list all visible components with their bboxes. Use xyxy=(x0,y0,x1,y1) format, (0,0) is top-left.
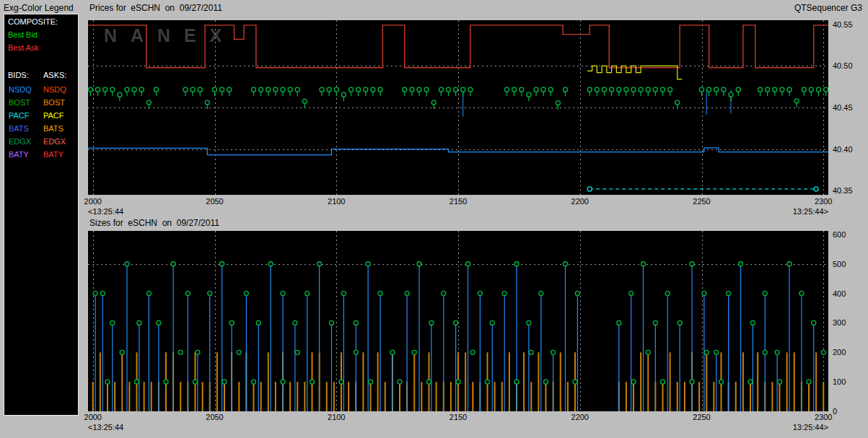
exchange-color-legend-panel: COMPOSITE: Best Bid Best Ask BIDS: ASKS:… xyxy=(4,14,79,416)
legend-ask-pacf: PACF xyxy=(43,111,64,120)
sizes-xtick-2150: 2150 xyxy=(450,413,467,421)
legend-bid-nsdq: NSDQ xyxy=(9,85,32,94)
legend-bid-pacf: PACF xyxy=(9,111,30,120)
prices-xtick-2200: 2200 xyxy=(571,197,589,206)
sizes-xtick-2050: 2050 xyxy=(206,413,223,421)
legend-bid-edgx: EDGX xyxy=(9,137,31,146)
sizes-chart-title: Sizes for eSCHN on 09/27/2011 xyxy=(89,218,219,228)
prices-xtick-2100: 2100 xyxy=(328,197,345,206)
prices-xtick-2000: 2000 xyxy=(84,197,102,206)
bids-header: BIDS: xyxy=(8,71,29,79)
sizes-xtick-2250: 2250 xyxy=(693,413,710,421)
sizes-ytick-200: 200 xyxy=(833,348,846,356)
prices-time-right: 13:25:44> xyxy=(793,207,828,216)
prices-chart-canvas[interactable] xyxy=(88,20,828,195)
legend-ask-nsdq: NSDQ xyxy=(43,85,66,94)
sizes-ytick-100: 100 xyxy=(833,377,846,386)
sizes-ytick-300: 300 xyxy=(833,318,846,327)
legend-panel-title: Exg-Color Legend xyxy=(4,3,74,13)
legend-bid-bats: BATS xyxy=(9,124,29,133)
app-title: QTSequencer G3 xyxy=(794,3,862,13)
asks-header: ASKS: xyxy=(43,71,66,79)
prices-ytick-40.55: 40.55 xyxy=(833,20,853,29)
legend-bid-bost: BOST xyxy=(9,98,30,107)
prices-xtick-2250: 2250 xyxy=(693,197,710,206)
prices-ytick-40.4: 40.40 xyxy=(833,145,853,154)
composite-label: COMPOSITE: xyxy=(8,17,58,26)
prices-ytick-40.35: 40.35 xyxy=(833,186,853,195)
legend-ask-bost: BOST xyxy=(43,98,65,107)
legend-ask-baty: BATY xyxy=(43,150,63,159)
prices-xtick-2050: 2050 xyxy=(206,197,223,206)
prices-xtick-2300: 2300 xyxy=(815,197,832,206)
prices-ytick-40.45: 40.45 xyxy=(833,103,853,112)
sizes-xtick-2200: 2200 xyxy=(571,413,589,421)
sizes-ytick-500: 500 xyxy=(833,260,846,268)
sizes-ytick-600: 600 xyxy=(833,230,846,239)
legend-ask-bats: BATS xyxy=(43,124,63,133)
prices-chart-title: Prices for eSCHN on 09/27/2011 xyxy=(89,3,222,13)
best-ask-label: Best Ask xyxy=(8,43,39,52)
legend-ask-edgx: EDGX xyxy=(43,137,66,146)
sizes-time-right: 13:25:44> xyxy=(793,423,828,432)
best-bid-label: Best Bid xyxy=(8,30,38,39)
prices-ytick-40.5: 40.50 xyxy=(833,61,853,70)
prices-time-left: <13:25:44 xyxy=(88,207,123,216)
sizes-xtick-2000: 2000 xyxy=(84,413,102,421)
qtsequencer-window: Exg-Color Legend Prices for eSCHN on 09/… xyxy=(0,0,868,438)
prices-xtick-2150: 2150 xyxy=(450,197,467,206)
legend-bid-baty: BATY xyxy=(9,150,29,159)
sizes-xtick-2300: 2300 xyxy=(815,413,832,421)
sizes-chart-canvas[interactable] xyxy=(88,231,828,411)
sizes-time-left: <13:25:44 xyxy=(88,423,123,432)
sizes-ytick-400: 400 xyxy=(833,289,846,298)
sizes-xtick-2100: 2100 xyxy=(328,413,345,421)
sizes-ytick-0: 0 xyxy=(833,407,837,416)
